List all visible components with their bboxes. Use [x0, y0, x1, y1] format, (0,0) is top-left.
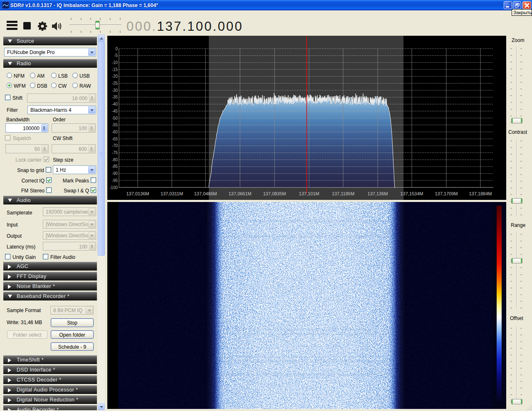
svg-text:137,0136M: 137,0136M [126, 191, 149, 196]
svg-text:-30: -30 [112, 88, 118, 93]
svg-text:137,101M: 137,101M [299, 191, 319, 196]
svg-text:-10: -10 [112, 60, 118, 65]
svg-text:-100: -100 [109, 185, 118, 190]
svg-text:137,0486M: 137,0486M [194, 191, 217, 196]
svg-text:-85: -85 [112, 164, 118, 169]
svg-text:-50: -50 [112, 116, 118, 121]
svg-text:137,1709M: 137,1709M [435, 191, 458, 196]
svg-text:-55: -55 [112, 123, 118, 127]
svg-text:137,0661M: 137,0661M [228, 191, 251, 196]
svg-text:-65: -65 [112, 137, 118, 141]
svg-text:-5: -5 [114, 53, 118, 58]
svg-text:137,136M: 137,136M [368, 191, 388, 196]
svg-text:-15: -15 [112, 67, 118, 72]
svg-text:-95: -95 [112, 178, 118, 183]
svg-text:137,1534M: 137,1534M [400, 191, 423, 196]
svg-text:-90: -90 [112, 171, 118, 176]
svg-text:137,0835M: 137,0835M [263, 191, 286, 196]
svg-text:-80: -80 [112, 158, 118, 162]
svg-text:-70: -70 [112, 143, 118, 148]
svg-text:0: 0 [115, 47, 118, 51]
svg-text:137,1185M: 137,1185M [332, 191, 354, 196]
svg-text:-25: -25 [112, 81, 118, 86]
svg-text:137,0311M: 137,0311M [161, 191, 183, 196]
svg-text:-75: -75 [112, 150, 118, 155]
svg-text:-35: -35 [112, 95, 118, 99]
svg-text:-60: -60 [112, 130, 118, 134]
svg-text:137,1884M: 137,1884M [469, 191, 492, 196]
svg-text:-20: -20 [112, 74, 118, 79]
svg-text:-45: -45 [112, 109, 118, 113]
svg-text:-40: -40 [112, 102, 118, 106]
